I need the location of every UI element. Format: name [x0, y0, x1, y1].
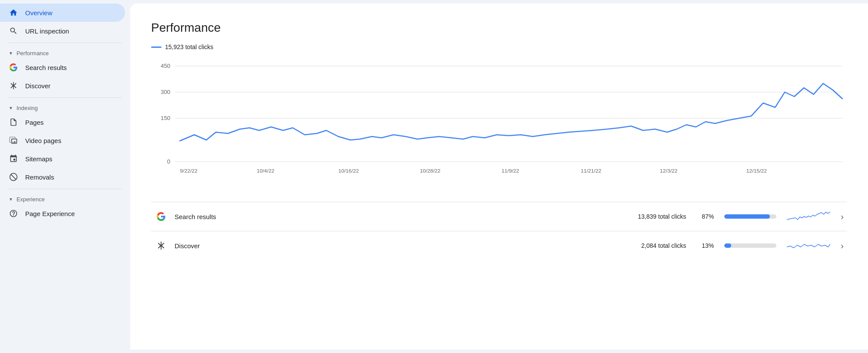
- divider-3: [9, 189, 122, 189]
- sidebar-item-video-pages[interactable]: Video pages: [0, 131, 125, 150]
- page-experience-icon: [9, 209, 18, 218]
- clicks-line-indicator: [151, 47, 162, 48]
- search-icon: [9, 26, 18, 36]
- svg-text:450: 450: [161, 63, 170, 69]
- sidebar-item-url-inspection[interactable]: URL inspection: [0, 22, 125, 40]
- sidebar-item-page-experience[interactable]: Page Experience: [0, 204, 125, 223]
- sidebar-item-sitemaps-label: Sitemaps: [25, 155, 53, 163]
- collapse-experience-icon: ▼: [9, 197, 13, 202]
- discover-sparkline: [787, 239, 830, 252]
- search-results-google-icon: [155, 210, 168, 223]
- sitemaps-icon: [9, 154, 18, 163]
- discover-name: Discover: [175, 242, 244, 250]
- section-indexing-label: Indexing: [17, 105, 38, 111]
- sidebar-item-discover-label: Discover: [25, 82, 50, 90]
- removals-icon: [9, 172, 18, 182]
- collapse-indexing-icon: ▼: [9, 106, 13, 110]
- section-performance[interactable]: ▼ Performance: [0, 46, 130, 58]
- sidebar-item-pages-label: Pages: [25, 119, 44, 126]
- divider-1: [9, 43, 122, 43]
- search-results-pct: 87%: [696, 213, 714, 220]
- search-results-progress-fill: [724, 214, 769, 219]
- svg-text:150: 150: [161, 116, 170, 121]
- search-results-clicks: 13,839 total clicks: [617, 213, 686, 220]
- section-experience-label: Experience: [17, 196, 45, 203]
- svg-text:0: 0: [167, 159, 170, 165]
- svg-text:300: 300: [161, 90, 170, 95]
- sidebar-item-pages[interactable]: Pages: [0, 113, 125, 131]
- pages-icon: [9, 117, 18, 127]
- result-card-discover[interactable]: Discover 2,084 total clicks 13% ›: [151, 231, 847, 260]
- total-clicks-text: 15,923 total clicks: [165, 43, 213, 50]
- result-card-search-results[interactable]: Search results 13,839 total clicks 87% ›: [151, 202, 847, 231]
- discover-pct: 13%: [696, 242, 714, 249]
- search-results-stats: 13,839 total clicks 87%: [251, 210, 830, 223]
- search-results-chevron[interactable]: ›: [841, 212, 844, 222]
- sidebar-item-search-results[interactable]: Search results: [0, 58, 125, 77]
- svg-text:10/4/22: 10/4/22: [257, 169, 274, 173]
- collapse-performance-icon: ▼: [9, 51, 13, 56]
- search-results-sparkline: [787, 210, 830, 223]
- search-results-name: Search results: [175, 213, 244, 220]
- performance-chart: 450 300 150 0 9/22/22 10/4/22 10/16/22 1…: [151, 57, 847, 188]
- sidebar-item-overview-label: Overview: [25, 9, 53, 17]
- asterisk-icon: [9, 81, 18, 90]
- divider-2: [9, 97, 122, 98]
- svg-text:9/22/22: 9/22/22: [180, 169, 198, 173]
- main-content: Performance 15,923 total clicks 450 300 …: [130, 3, 868, 350]
- sidebar-item-sitemaps[interactable]: Sitemaps: [0, 150, 125, 168]
- video-pages-icon: [9, 136, 18, 145]
- discover-chevron[interactable]: ›: [841, 241, 844, 251]
- section-performance-label: Performance: [17, 50, 49, 57]
- sidebar-item-page-experience-label: Page Experience: [25, 210, 75, 217]
- svg-text:12/15/22: 12/15/22: [746, 169, 767, 173]
- discover-clicks: 2,084 total clicks: [617, 242, 686, 249]
- sidebar-item-removals[interactable]: Removals: [0, 168, 125, 186]
- total-clicks-label: 15,923 total clicks: [151, 43, 847, 50]
- discover-asterisk-icon: [155, 239, 168, 252]
- page-title: Performance: [151, 21, 847, 35]
- section-indexing[interactable]: ▼ Indexing: [0, 100, 130, 113]
- svg-text:11/9/22: 11/9/22: [502, 169, 519, 173]
- svg-line-1: [11, 174, 16, 180]
- discover-stats: 2,084 total clicks 13%: [251, 239, 830, 252]
- svg-text:11/21/22: 11/21/22: [581, 169, 601, 173]
- svg-text:10/28/22: 10/28/22: [420, 169, 440, 173]
- google-g-icon: [9, 63, 18, 72]
- sidebar-item-overview[interactable]: Overview: [0, 3, 125, 22]
- svg-text:10/16/22: 10/16/22: [338, 169, 359, 173]
- section-experience[interactable]: ▼ Experience: [0, 192, 130, 204]
- home-icon: [9, 8, 18, 17]
- sidebar-item-removals-label: Removals: [25, 173, 54, 181]
- sidebar-item-url-inspection-label: URL inspection: [25, 27, 69, 35]
- sidebar: Overview URL inspection ▼ Performance Se…: [0, 0, 130, 353]
- sidebar-item-discover[interactable]: Discover: [0, 77, 125, 95]
- search-results-progress-bar: [724, 214, 776, 219]
- chart-svg: 450 300 150 0 9/22/22 10/4/22 10/16/22 1…: [151, 57, 847, 188]
- sidebar-item-search-results-label: Search results: [25, 64, 67, 71]
- discover-progress-bar: [724, 243, 776, 248]
- sidebar-item-video-pages-label: Video pages: [25, 137, 61, 144]
- svg-text:12/3/22: 12/3/22: [660, 169, 678, 173]
- discover-progress-fill: [724, 243, 731, 248]
